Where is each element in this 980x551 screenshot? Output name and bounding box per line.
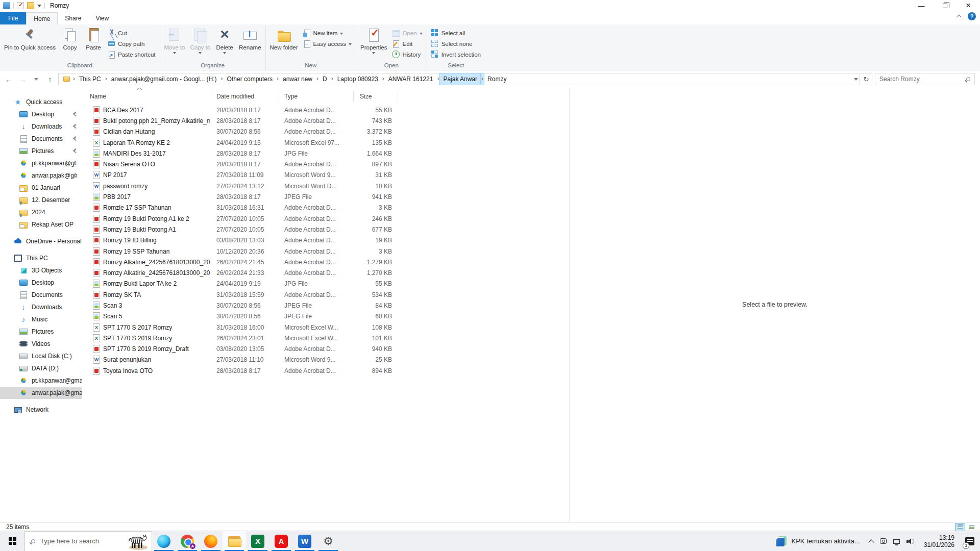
copy-button[interactable]: Copy — [58, 26, 82, 51]
file-row[interactable]: Nisan Serena OTO 28/03/2018 8:17 Adobe A… — [82, 159, 569, 169]
sidebar-item[interactable]: Pictures — [0, 325, 82, 338]
sidebar-item[interactable]: 2024 — [0, 206, 82, 218]
start-button[interactable] — [0, 531, 24, 551]
settings-taskbar-button[interactable]: ⚙ — [316, 531, 340, 551]
column-header-name[interactable]: Name — [82, 91, 210, 102]
copy-path-button[interactable]: Copy path — [105, 38, 158, 49]
firefox-taskbar-button[interactable] — [199, 531, 223, 551]
file-row[interactable]: SPT 1770 S 2019 Romzy 26/02/2024 23:01 M… — [82, 333, 569, 343]
sidebar-item[interactable]: Music — [0, 313, 82, 325]
new-folder-button[interactable]: New folder — [267, 26, 301, 51]
breadcrumb-segment[interactable]: anwar new — [279, 73, 316, 85]
file-row[interactable]: Bukti potong pph 21_Romzy Alkatirie_ma..… — [82, 115, 569, 126]
notification-center-button[interactable]: 3 — [960, 531, 980, 551]
file-row[interactable]: Romzy Alkatirie_242567618013000_2022_...… — [82, 257, 569, 267]
history-button[interactable]: History — [389, 49, 425, 60]
sidebar-item[interactable]: Local Disk (C:) — [0, 350, 82, 362]
file-row[interactable]: Romzy 19 ID Billing 03/08/2020 13:03 Ado… — [82, 235, 569, 246]
details-view-button[interactable] — [955, 523, 965, 531]
minimize-ribbon-icon[interactable] — [957, 15, 962, 20]
file-row[interactable]: SPT 1770 S 2019 Romzy_Draft 03/08/2020 1… — [82, 344, 569, 355]
refresh-icon[interactable]: ↻ — [861, 76, 872, 83]
excel-taskbar-button[interactable]: X — [246, 531, 270, 551]
file-row[interactable]: password romzy 27/02/2024 13:12 Microsof… — [82, 181, 569, 191]
tab-file[interactable]: File — [0, 12, 26, 24]
file-row[interactable]: BCA Des 2017 28/03/2018 8:17 Adobe Acrob… — [82, 105, 569, 115]
tab-share[interactable]: Share — [58, 12, 88, 24]
up-button[interactable]: ↑ — [44, 73, 56, 85]
pin-to-quick-access-button[interactable]: Pin to Quick access — [2, 26, 58, 51]
back-button[interactable]: ← — [3, 73, 14, 85]
tab-view[interactable]: View — [88, 12, 116, 24]
sidebar-item[interactable]: 01 Januari — [0, 182, 82, 194]
invert-selection-button[interactable]: Invert selection — [429, 49, 483, 60]
forward-button[interactable]: → — [17, 73, 28, 85]
file-row[interactable]: Scan 5 30/07/2020 8:56 JPEG File 60 KB — [82, 311, 569, 322]
sidebar-item[interactable]: pt.kkpanwar@gmai — [0, 374, 82, 387]
rename-button[interactable]: Rename — [236, 26, 263, 51]
sidebar-item[interactable]: DATA (D:) — [0, 362, 82, 374]
help-icon[interactable]: ? — [968, 12, 976, 20]
word-taskbar-button[interactable]: W — [293, 531, 316, 551]
sidebar-item[interactable]: Videos — [0, 338, 82, 350]
sidebar-item-network[interactable]: Network — [0, 404, 82, 416]
breadcrumb-segment[interactable]: anwar.pajak@gmail.com - Googl... (H:) — [108, 73, 220, 85]
copy-to-button[interactable]: Copy to — [187, 26, 213, 54]
sidebar-item[interactable]: Documents — [0, 133, 82, 145]
sidebar-item[interactable]: pt.kkpanwar@gr — [0, 157, 82, 169]
file-row[interactable]: Romzy Alkatirie_242567618013000_2023_...… — [82, 267, 569, 278]
sidebar-item[interactable]: anwar.pajak@gn — [0, 169, 82, 182]
move-to-button[interactable]: Move to — [162, 26, 188, 54]
hidden-icons-chevron-icon[interactable] — [868, 539, 874, 545]
file-row[interactable]: PBB 2017 28/03/2018 8:17 JPEG File 941 K… — [82, 191, 569, 202]
tab-home[interactable]: Home — [26, 12, 58, 24]
sidebar-item[interactable]: 12. Desember — [0, 194, 82, 206]
sidebar-item[interactable]: Downloads — [0, 120, 82, 133]
sidebar-item[interactable]: Pictures — [0, 145, 82, 157]
sidebar-item-onedrive[interactable]: OneDrive - Personal — [0, 235, 82, 247]
recent-locations-caret-icon[interactable] — [31, 73, 42, 85]
large-icons-view-button[interactable] — [967, 523, 976, 531]
file-row[interactable]: Surat penunjukan 27/03/2018 11:10 Micros… — [82, 355, 569, 365]
sidebar-item[interactable]: Desktop — [0, 108, 82, 120]
restore-button[interactable] — [933, 0, 957, 11]
file-row[interactable]: Laporan TA Romzy KE 2 24/04/2019 9:15 Mi… — [82, 137, 569, 148]
breadcrumb-segment[interactable]: D — [319, 73, 331, 85]
column-header-size[interactable]: Size — [354, 91, 398, 102]
breadcrumb-segment[interactable]: ANWAR 161221 — [385, 73, 437, 85]
file-row[interactable]: Romzy 19 Bukti Potong A1 27/07/2020 10:0… — [82, 224, 569, 235]
sidebar-item[interactable]: Downloads — [0, 301, 82, 313]
delete-button[interactable]: × Delete — [213, 26, 236, 54]
sidebar-item[interactable]: 3D Objects — [0, 264, 82, 277]
column-header-type[interactable]: Type — [278, 91, 354, 102]
close-button[interactable]: × — [957, 0, 980, 11]
sidebar-item-quick-access[interactable]: Quick access — [0, 96, 82, 108]
properties-quick-icon[interactable] — [17, 2, 24, 9]
easy-access-button[interactable]: Easy access — [301, 38, 355, 49]
minimize-button[interactable]: — — [910, 0, 933, 11]
paste-shortcut-button[interactable]: Paste shortcut — [105, 49, 158, 60]
network-tray-icon[interactable] — [893, 539, 900, 544]
file-row[interactable]: Romzy SK TA 31/03/2018 15:59 Adobe Acrob… — [82, 289, 569, 300]
customize-toolbar-caret-icon[interactable] — [37, 5, 41, 7]
file-row[interactable]: SPT 1770 S 2017 Romzy 31/03/2018 16:00 M… — [82, 322, 569, 333]
paste-button[interactable]: Paste — [82, 26, 105, 51]
file-row[interactable]: Scan 3 30/07/2020 8:56 JPEG File 84 KB — [82, 300, 569, 311]
properties-button[interactable]: Properties — [358, 26, 389, 54]
file-row[interactable]: Toyota Inova OTO 28/03/2018 8:17 Adobe A… — [82, 365, 569, 376]
sidebar-item[interactable]: Desktop — [0, 277, 82, 289]
acrobat-taskbar-button[interactable]: A — [270, 531, 293, 551]
new-item-button[interactable]: New item — [301, 28, 355, 38]
address-dropdown-caret-icon[interactable] — [854, 78, 858, 81]
open-button[interactable]: Open — [389, 28, 425, 38]
cut-button[interactable]: Cut — [105, 28, 158, 38]
breadcrumb-bar[interactable]: › This PC›anwar.pajak@gmail.com - Googl.… — [58, 73, 872, 85]
file-row[interactable]: Romzy 19 Bukti Potong A1 ke 2 27/07/2020… — [82, 213, 569, 224]
breadcrumb-segment[interactable]: Other computers — [224, 73, 276, 85]
file-row[interactable]: MANDIRI Des 31-2017 28/03/2018 8:17 JPG … — [82, 148, 569, 159]
breadcrumb-segment[interactable]: This PC — [76, 73, 105, 85]
breadcrumb-segment[interactable]: Romzy — [484, 73, 510, 85]
sidebar-item-this-pc[interactable]: This PC — [0, 252, 82, 264]
file-row[interactable]: Cicilan dan Hutang 30/07/2020 8:56 Adobe… — [82, 127, 569, 137]
file-row[interactable]: Romzie 17 SSP Tahunan 31/03/2018 16:31 A… — [82, 203, 569, 213]
